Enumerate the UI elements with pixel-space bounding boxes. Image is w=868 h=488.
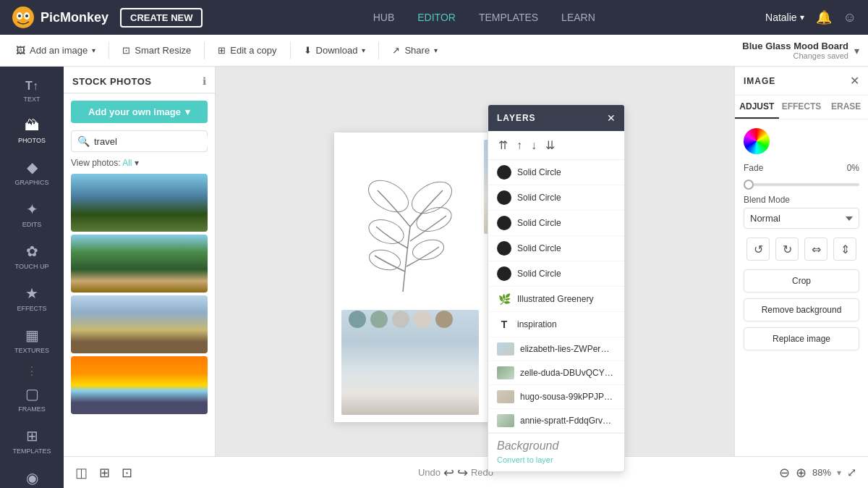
nav-templates[interactable]: TEMPLATES (479, 12, 538, 23)
nav-editor[interactable]: EDITOR (417, 12, 456, 23)
crop-button[interactable]: Crop (744, 269, 859, 293)
photo-thumbnail[interactable] (71, 295, 208, 353)
list-item[interactable]: Solid Circle (488, 236, 624, 261)
list-item[interactable]: elizabeth-lies-ZWPerNI... (488, 337, 624, 361)
logo-text: PicMonkey (41, 10, 109, 25)
create-new-button[interactable]: CREATE NEW (120, 8, 203, 28)
layer-name: inspiration (517, 319, 616, 329)
canvas-area[interactable]: inspiration (216, 67, 734, 488)
zoom-out-button[interactable]: ⊖ (779, 465, 790, 481)
panel-header: STOCK PHOTOS ℹ (64, 67, 215, 93)
layers-close-button[interactable]: ✕ (607, 112, 616, 124)
list-item[interactable]: Solid Circle (488, 261, 624, 287)
nav-learn[interactable]: LEARN (561, 12, 595, 23)
flip-vertical-button[interactable]: ⇕ (833, 237, 856, 261)
user-menu[interactable]: Natalie ▾ (765, 12, 804, 23)
undo-button[interactable]: ↩ (443, 465, 454, 481)
list-item[interactable]: T inspiration (488, 312, 624, 337)
bottom-bar: ◫ ⊞ ⊡ Undo ↩ ↪ Redo ⊖ ⊕ 88% ▾ ⤢ (64, 456, 868, 488)
list-item[interactable]: Solid Circle (488, 211, 624, 236)
replace-image-button[interactable]: Replace image (744, 327, 859, 350)
more-options-dots[interactable]: ⋮ (26, 364, 38, 378)
layers-title: LAYERS (497, 113, 536, 123)
board-plant-illustration (349, 154, 457, 299)
fade-value: 0% (847, 163, 859, 173)
layer-thumbnail (497, 216, 511, 230)
toolbar: 🖼 Add an image ▾ ⊡ Smart Resize ⊞ Edit a… (0, 35, 868, 67)
smart-resize-button[interactable]: ⊡ Smart Resize (115, 41, 198, 60)
move-down-button[interactable]: ↓ (529, 137, 538, 153)
flip-horizontal-button[interactable]: ⇔ (804, 237, 827, 261)
sidebar-item-themes[interactable]: ◉ THEMES (3, 462, 61, 488)
notifications-icon[interactable]: 🔔 (816, 9, 832, 25)
tab-adjust[interactable]: ADJUST (735, 96, 779, 119)
add-image-button[interactable]: 🖼 Add an image ▾ (9, 41, 103, 60)
zoom-level-display[interactable]: 88% (812, 467, 831, 478)
photo-thumbnail[interactable] (71, 174, 208, 232)
themes-icon: ◉ (26, 469, 38, 487)
search-input[interactable] (94, 136, 216, 147)
remove-background-button[interactable]: Remove background (744, 298, 859, 321)
sidebar-item-graphics[interactable]: ◆ GRAPHICS (3, 151, 61, 193)
photo-thumbnail[interactable] (71, 356, 208, 414)
blend-mode-select[interactable]: Normal Multiply Screen Overlay Darken Li… (744, 208, 859, 229)
svg-point-7 (413, 203, 454, 235)
toolbar-separator (109, 42, 109, 59)
convert-to-layer-link[interactable]: Convert to layer (497, 455, 553, 464)
list-item[interactable]: annie-spratt-FddqGrvw... (488, 409, 624, 433)
sidebar-item-frames[interactable]: ▢ FRAMES (3, 378, 61, 420)
profile-icon[interactable]: ☺ (843, 10, 856, 25)
panel-info-icon[interactable]: ℹ (203, 75, 206, 87)
move-up-button[interactable]: ↑ (515, 137, 524, 153)
download-button[interactable]: ⬇ Download ▾ (297, 41, 373, 60)
sidebar-item-effects[interactable]: ★ EFFECTS (3, 277, 61, 319)
svg-point-4 (25, 14, 28, 17)
move-to-bottom-button[interactable]: ⇊ (544, 137, 556, 153)
rotate-left-button[interactable]: ↺ (746, 237, 770, 261)
zoom-chevron[interactable]: ▾ (837, 468, 841, 478)
fade-slider[interactable] (744, 183, 859, 186)
svg-point-0 (12, 7, 34, 28)
sidebar-item-text[interactable]: T↑ TEXT (3, 72, 61, 110)
sidebar-item-textures[interactable]: ▦ TEXTURES (3, 319, 61, 361)
add-own-image-button[interactable]: Add your own image ▾ (71, 101, 208, 123)
nav-right: Natalie ▾ 🔔 ☺ (765, 9, 856, 25)
layer-thumbnail-leaf: 🌿 (497, 292, 511, 306)
move-to-top-button[interactable]: ⇈ (497, 137, 509, 153)
project-menu-chevron[interactable]: ▾ (854, 45, 859, 56)
image-panel-title: IMAGE (744, 76, 775, 86)
nav-hub[interactable]: HUB (373, 12, 395, 23)
tab-effects[interactable]: EFFECTS (779, 96, 825, 119)
sidebar-item-photos[interactable]: 🏔 PHOTOS (3, 110, 61, 151)
top-nav: PicMonkey CREATE NEW HUB EDITOR TEMPLATE… (0, 0, 868, 35)
color-wheel[interactable] (744, 128, 770, 154)
sidebar-item-touchup[interactable]: ✿ TOUCH UP (3, 235, 61, 277)
touchup-icon: ✿ (26, 243, 38, 260)
list-item[interactable]: hugo-sousa-99kPPJPed... (488, 385, 624, 409)
edit-copy-button[interactable]: ⊞ Edit a copy (210, 41, 284, 60)
sidebar: T↑ TEXT 🏔 PHOTOS ◆ GRAPHICS ✦ EDITS ✿ TO… (0, 67, 64, 488)
fit-to-screen-button[interactable]: ⤢ (847, 466, 856, 479)
grid-view-button[interactable]: ⊞ (99, 465, 110, 481)
tab-erase[interactable]: ERASE (824, 96, 868, 119)
share-button[interactable]: ↗ Share ▾ (385, 41, 445, 60)
list-item[interactable]: zelle-duda-DBUvQCYN... (488, 361, 624, 385)
background-label: Background (497, 439, 558, 452)
project-name: Blue Glass Mood Board (742, 41, 848, 51)
zoom-in-button[interactable]: ⊕ (796, 465, 807, 481)
layer-name: Illustrated Greenery (517, 294, 616, 304)
list-item[interactable]: 🌿 Illustrated Greenery (488, 287, 624, 312)
list-item[interactable]: Solid Circle (488, 185, 624, 211)
layout-toggle-button[interactable]: ⊡ (122, 465, 132, 481)
layers-toggle-button[interactable]: ◫ (75, 465, 88, 481)
photo-thumbnail[interactable] (71, 235, 208, 293)
list-item[interactable]: Solid Circle (488, 160, 624, 185)
image-panel-close-button[interactable]: ✕ (850, 74, 859, 88)
sidebar-item-edits[interactable]: ✦ EDITS (3, 193, 61, 235)
redo-button[interactable]: ↪ (457, 465, 468, 481)
view-all-link[interactable]: All (122, 158, 132, 168)
sidebar-item-templates[interactable]: ⊞ TEMPLATES (3, 420, 61, 462)
rotate-right-button[interactable]: ↻ (775, 237, 799, 261)
picmonkey-logo-icon (12, 6, 35, 29)
zoom-controls: ⊖ ⊕ 88% ▾ ⤢ (779, 465, 856, 481)
